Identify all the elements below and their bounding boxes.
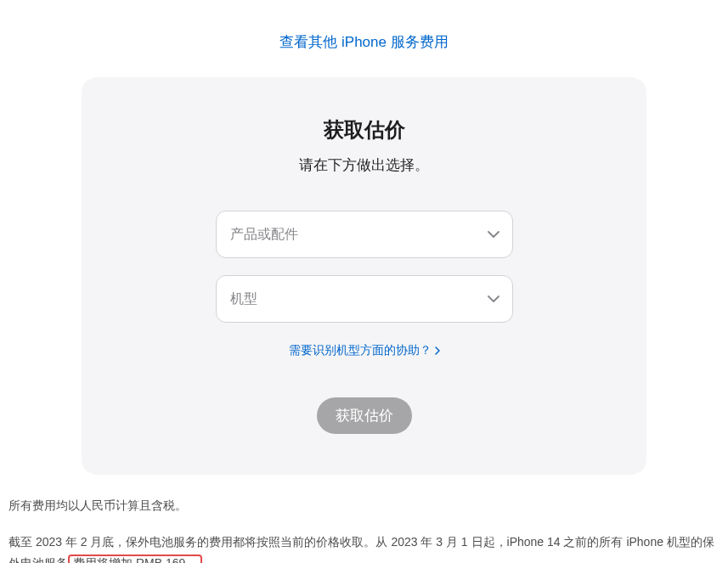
card-subtitle: 请在下方做出选择。 (116, 155, 612, 175)
get-estimate-button[interactable]: 获取估价 (317, 397, 412, 434)
product-select[interactable]: 产品或配件 (216, 211, 513, 258)
price-increase-highlight: 费用将增加 RMB 169。 (68, 555, 202, 563)
footer-text: 所有费用均以人民币计算且含税。 截至 2023 年 2 月底，保外电池服务的费用… (8, 495, 715, 563)
card-title: 获取估价 (116, 116, 612, 144)
product-select-placeholder: 产品或配件 (230, 226, 298, 244)
help-link-text: 需要识别机型方面的协助？ (289, 343, 432, 358)
estimate-card: 获取估价 请在下方做出选择。 产品或配件 机型 需要识别机型方面的协助？ 获取估… (82, 77, 646, 475)
footer-line1: 所有费用均以人民币计算且含税。 (8, 495, 715, 516)
identify-model-help-link[interactable]: 需要识别机型方面的协助？ (289, 343, 440, 358)
footer-line2: 截至 2023 年 2 月底，保外电池服务的费用都将按照当前的价格收取。从 20… (8, 532, 715, 563)
other-iphone-service-link[interactable]: 查看其他 iPhone 服务费用 (279, 34, 448, 50)
model-select-placeholder: 机型 (230, 290, 257, 308)
chevron-right-icon (435, 346, 440, 355)
model-select[interactable]: 机型 (216, 275, 513, 323)
